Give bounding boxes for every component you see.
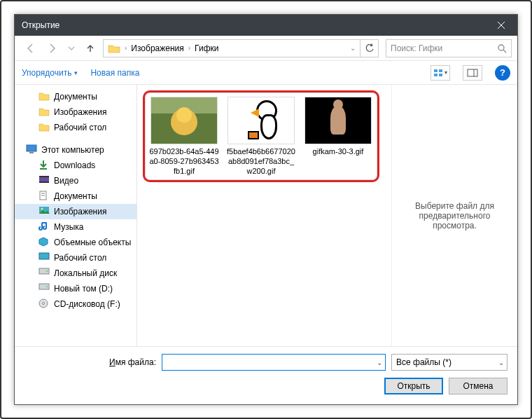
svg-point-2 — [498, 45, 504, 50]
tree-item[interactable]: Видео — [15, 173, 136, 188]
svg-rect-10 — [27, 145, 36, 151]
svg-rect-5 — [439, 69, 442, 72]
video-icon — [38, 175, 50, 186]
command-bar: Упорядочить▾ Новая папка ▾ ? — [15, 61, 517, 85]
nav-back-button[interactable] — [20, 39, 40, 58]
tree-item[interactable]: Музыка — [15, 219, 136, 235]
arrow-up-icon — [85, 43, 96, 54]
file-name: 697b023b-64a5-449a0-8059-27b963453fb1.gi… — [149, 147, 219, 176]
chevron-down-icon: ⌄ — [498, 359, 504, 366]
folder-icon — [106, 41, 122, 56]
thumbnail-icon — [150, 97, 218, 144]
documents-icon — [38, 191, 50, 202]
cube-icon — [38, 237, 50, 248]
desktop-icon — [38, 252, 50, 263]
svg-rect-21 — [39, 253, 49, 259]
folder-icon — [38, 122, 50, 133]
close-icon — [497, 21, 505, 29]
view-menu[interactable]: ▾ — [430, 65, 450, 81]
preview-pane-icon — [467, 69, 478, 77]
breadcrumb-segment[interactable]: Гифки — [190, 40, 223, 57]
chevron-down-icon[interactable]: ⌄ — [377, 359, 382, 366]
nav-history-button[interactable] — [65, 39, 78, 58]
file-name: f5baef4b6b6677020ab8d091ef78a3bc_w200.gi… — [226, 147, 296, 176]
file-item[interactable]: gifkam-30-3.gif — [303, 97, 373, 176]
file-type-filter[interactable]: Все файлы (*) ⌄ — [391, 354, 507, 371]
titlebar: Открытие — [15, 15, 517, 36]
filename-label: Имя файла: — [24, 357, 156, 367]
nav-up-button[interactable] — [80, 39, 100, 58]
arrow-left-icon — [24, 43, 36, 54]
search-input[interactable]: Поиск: Гифки — [386, 39, 512, 57]
tree-item[interactable]: Документы — [15, 89, 136, 104]
refresh-icon — [365, 43, 374, 53]
highlight-annotation: 697b023b-64a5-449a0-8059-27b963453fb1.gi… — [143, 90, 379, 182]
music-icon — [38, 221, 50, 233]
file-item[interactable]: 697b023b-64a5-449a0-8059-27b963453fb1.gi… — [149, 97, 219, 176]
thumbnail-icon — [304, 97, 372, 144]
new-folder-button[interactable]: Новая папка — [90, 68, 139, 78]
preview-hint: Выберите файл для предварительного просм… — [398, 201, 512, 231]
window-title: Открытие — [22, 20, 59, 30]
preview-pane: Выберите файл для предварительного просм… — [391, 85, 517, 346]
svg-rect-6 — [434, 74, 438, 76]
breadcrumb-segment[interactable]: Изображения — [127, 40, 188, 57]
tree-item[interactable]: Документы — [15, 188, 136, 204]
nav-forward-button[interactable] — [43, 39, 62, 58]
download-icon — [38, 160, 50, 171]
organize-menu[interactable]: Упорядочить▾ — [22, 68, 78, 78]
navigation-bar: › Изображения › Гифки ⌄ Поиск: Гифки — [15, 36, 517, 61]
pictures-icon — [38, 206, 50, 217]
svg-rect-15 — [39, 181, 49, 183]
svg-rect-11 — [29, 152, 34, 153]
address-bar[interactable]: › Изображения › Гифки ⌄ — [103, 39, 379, 57]
chevron-down-icon: ▾ — [74, 69, 78, 76]
cd-icon — [38, 298, 50, 310]
arrow-right-icon — [47, 43, 58, 54]
folder-icon — [38, 91, 50, 102]
file-name: gifkam-30-3.gif — [303, 147, 373, 157]
thumbnails-icon — [433, 69, 443, 77]
filename-input[interactable]: ⌄ — [162, 354, 386, 371]
tree-item[interactable]: Изображения — [15, 104, 136, 120]
search-icon — [497, 43, 507, 53]
tree-item[interactable]: Рабочий стол — [15, 120, 136, 135]
drive-icon — [38, 268, 50, 279]
refresh-button[interactable] — [360, 39, 378, 57]
nav-tree[interactable]: Документы Изображения Рабочий стол Этот … — [15, 85, 137, 346]
help-button[interactable]: ? — [495, 65, 510, 81]
tree-item-selected[interactable]: Изображения — [15, 204, 136, 219]
tree-item[interactable]: Объемные объекты — [15, 235, 136, 250]
file-list[interactable]: 697b023b-64a5-449a0-8059-27b963453fb1.gi… — [137, 85, 391, 346]
folder-icon — [38, 107, 50, 118]
svg-rect-4 — [434, 69, 438, 72]
open-file-dialog: Открытие › Изображения › Гифки ⌄ — [14, 14, 518, 405]
drive-icon — [38, 283, 50, 294]
tree-item[interactable]: Локальный диск — [15, 266, 136, 281]
thumbnail-icon — [227, 97, 295, 144]
close-button[interactable] — [485, 15, 517, 36]
svg-point-27 — [43, 303, 45, 305]
svg-point-23 — [46, 270, 48, 272]
svg-rect-7 — [439, 74, 442, 76]
chevron-down-icon[interactable]: ⌄ — [346, 44, 360, 52]
svg-rect-14 — [39, 176, 49, 177]
tree-item[interactable]: Downloads — [15, 158, 136, 173]
svg-line-3 — [503, 50, 506, 53]
svg-rect-8 — [468, 69, 477, 76]
search-placeholder: Поиск: Гифки — [391, 43, 442, 53]
open-button[interactable]: Открыть — [384, 378, 443, 394]
tree-item-this-pc[interactable]: Этот компьютер — [15, 142, 136, 158]
tree-item[interactable]: CD-дисковод (F:) — [15, 296, 136, 312]
tree-item[interactable]: Новый том (D:) — [15, 281, 136, 296]
file-item[interactable]: f5baef4b6b6677020ab8d091ef78a3bc_w200.gi… — [226, 97, 296, 176]
chevron-down-icon: ▾ — [444, 69, 447, 76]
chevron-down-icon — [68, 45, 75, 52]
preview-pane-toggle[interactable] — [463, 65, 482, 81]
dialog-footer: Имя файла: ⌄ Все файлы (*) ⌄ Открыть Отм… — [15, 346, 517, 404]
svg-point-25 — [46, 286, 48, 287]
cancel-button[interactable]: Отмена — [449, 378, 507, 394]
monitor-icon — [26, 144, 37, 156]
svg-point-20 — [41, 208, 43, 210]
tree-item[interactable]: Рабочий стол — [15, 250, 136, 266]
